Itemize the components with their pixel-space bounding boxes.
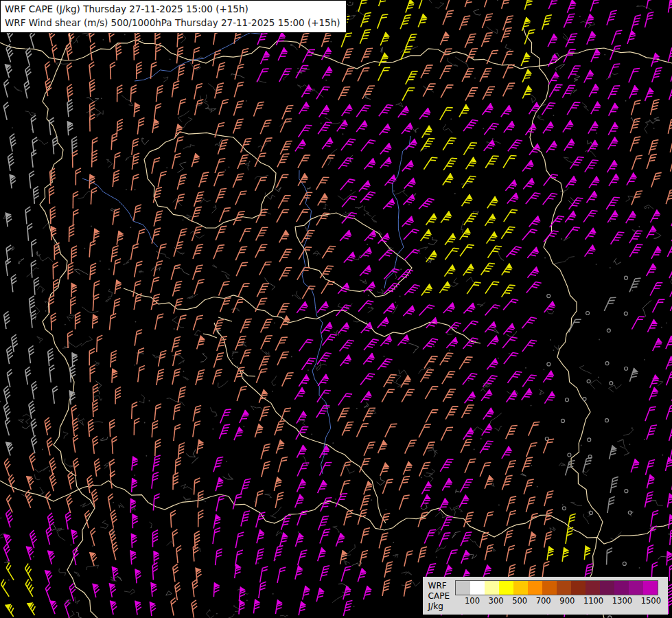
legend-color-cell <box>499 581 513 595</box>
title-line-1: WRF CAPE (J/kg) Thursday 27-11-2025 15:0… <box>5 2 340 16</box>
title-line-2: WRF Wind shear (m/s) 500/1000hPa Thursda… <box>5 16 340 30</box>
legend-tick: 1300 <box>612 596 632 606</box>
legend-color-cell <box>485 581 499 595</box>
legend-color-cell <box>557 581 571 595</box>
legend-tick: 1100 <box>583 596 603 606</box>
legend-scale: 100300500700900110013001500 <box>455 580 662 606</box>
legend-color-cell <box>542 581 557 595</box>
legend-color-cell <box>513 581 528 595</box>
legend-model-label: WRF <box>428 581 450 591</box>
legend-color-cell <box>643 581 658 595</box>
legend-unit-label: J/kg <box>428 602 450 612</box>
legend-tick: 500 <box>512 596 527 606</box>
legend-field-label: CAPE <box>428 591 450 602</box>
legend-color-cell <box>586 581 600 595</box>
legend-tick: 300 <box>489 596 504 606</box>
legend-tick: 100 <box>465 596 480 606</box>
cape-legend: WRF CAPE J/kg 10030050070090011001300150… <box>423 577 668 615</box>
legend-colorbar <box>455 580 658 595</box>
legend-color-cell <box>470 581 485 595</box>
legend-tick: 1500 <box>641 596 661 606</box>
legend-color-cell <box>456 581 470 595</box>
legend-color-cell <box>571 581 586 595</box>
legend-color-cell <box>528 581 542 595</box>
legend-color-cell <box>600 581 614 595</box>
weather-map-page: WRF CAPE (J/kg) Thursday 27-11-2025 15:0… <box>0 0 672 618</box>
map-canvas <box>0 0 672 618</box>
legend-tick-labels: 100300500700900110013001500 <box>455 595 662 606</box>
legend-labels: WRF CAPE J/kg <box>428 580 450 612</box>
title-box: WRF CAPE (J/kg) Thursday 27-11-2025 15:0… <box>0 0 347 33</box>
legend-tick: 700 <box>536 596 551 606</box>
legend-color-cell <box>629 581 643 595</box>
legend-color-cell <box>614 581 629 595</box>
legend-tick: 900 <box>559 596 575 606</box>
